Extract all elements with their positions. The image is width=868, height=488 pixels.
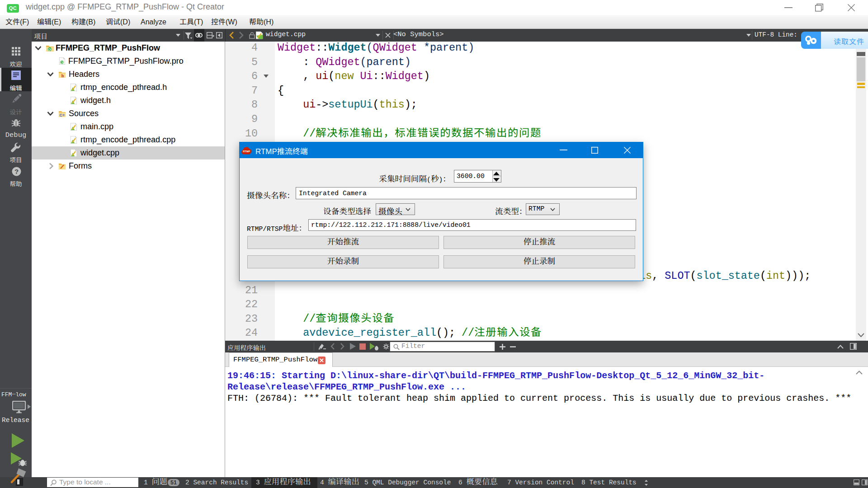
- svg-text:Qt: Qt: [48, 48, 51, 52]
- svg-text:C+: C+: [60, 113, 65, 117]
- svg-text:h: h: [61, 73, 64, 78]
- svg-text:RTMP: RTMP: [243, 150, 250, 153]
- svg-text:Qt: Qt: [61, 61, 64, 65]
